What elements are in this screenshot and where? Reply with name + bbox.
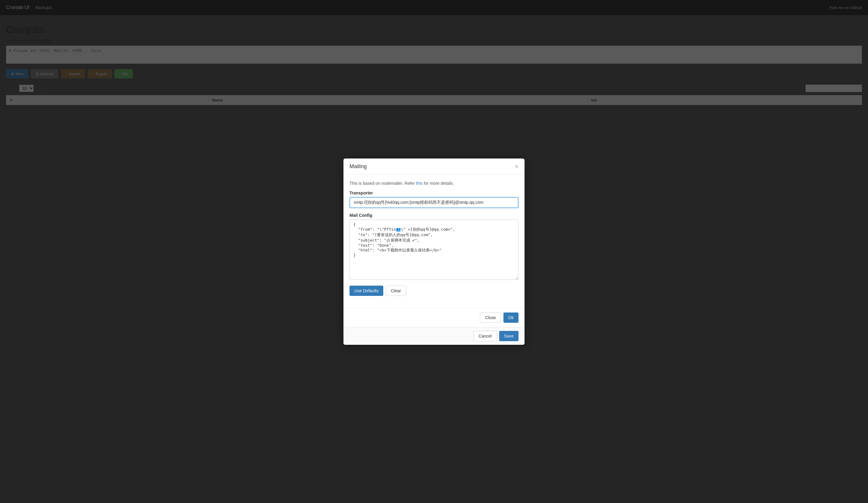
modal-body: This is based on nodemailer. Refer this … <box>343 175 525 308</box>
transporter-label: Transporter <box>350 191 518 195</box>
modal-close-x-button[interactable]: × <box>515 163 518 170</box>
modal-overlay: Mailing × This is based on nodemailer. R… <box>0 0 868 503</box>
ok-button[interactable]: Ok <box>504 312 518 323</box>
bottom-bar: Cancel Save <box>343 327 525 345</box>
mail-config-group: Mail Config <box>350 213 518 281</box>
mail-config-label: Mail Config <box>350 213 518 218</box>
clear-button[interactable]: Clear <box>386 286 406 296</box>
mail-config-textarea[interactable] <box>350 219 518 280</box>
modal-title: Mailing <box>350 163 367 170</box>
info-text: This is based on nodemailer. Refer this … <box>350 181 518 186</box>
save-button[interactable]: Save <box>499 331 518 341</box>
cancel-button[interactable]: Cancel <box>473 331 497 341</box>
use-defaults-button[interactable]: Use Defaults <box>350 286 383 296</box>
info-link[interactable]: this <box>416 181 423 186</box>
close-button[interactable]: Close <box>480 312 501 323</box>
modal-header: Mailing × <box>343 158 525 175</box>
modal-footer: Close Ok <box>343 308 525 327</box>
modal-action-row: Use Defaults Clear <box>350 286 518 296</box>
transporter-input[interactable] <box>350 197 518 208</box>
transporter-group: Transporter <box>350 191 518 208</box>
mailing-modal: Mailing × This is based on nodemailer. R… <box>343 158 525 345</box>
